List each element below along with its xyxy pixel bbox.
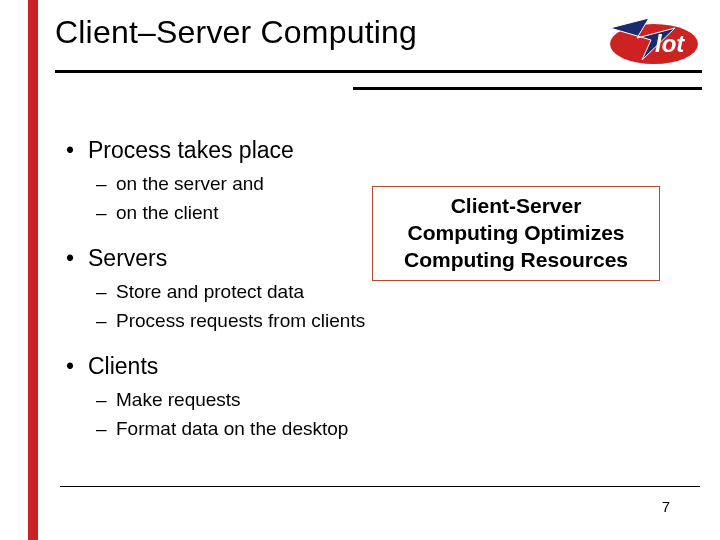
header-rule-bottom xyxy=(353,87,702,90)
page-number: 7 xyxy=(662,498,670,515)
footer-rule xyxy=(60,486,700,487)
bullet-process-sub-2: on the client xyxy=(60,200,700,226)
logo-text: lot xyxy=(655,30,685,57)
header-rules xyxy=(55,70,702,90)
bullet-clients: Clients xyxy=(60,352,700,381)
bullet-servers-sub-2: Process requests from clients xyxy=(60,308,700,334)
bullet-clients-sub-2: Format data on the desktop xyxy=(60,416,700,442)
bullet-process-sub-1: on the server and xyxy=(60,171,700,197)
accent-vertical-bar xyxy=(28,0,38,540)
body-content: Process takes place on the server and on… xyxy=(60,118,700,470)
bullet-process: Process takes place xyxy=(60,136,700,165)
logo-svg: lot xyxy=(607,10,702,68)
slide-title: Client–Server Computing xyxy=(55,14,702,51)
bullet-clients-sub-1: Make requests xyxy=(60,387,700,413)
bullet-servers: Servers xyxy=(60,244,700,273)
slide: Client–Server Computing lot Client-Serve… xyxy=(0,0,720,540)
header-rule-top xyxy=(55,70,702,73)
bullet-servers-sub-1: Store and protect data xyxy=(60,279,700,305)
logo: lot xyxy=(607,10,702,68)
